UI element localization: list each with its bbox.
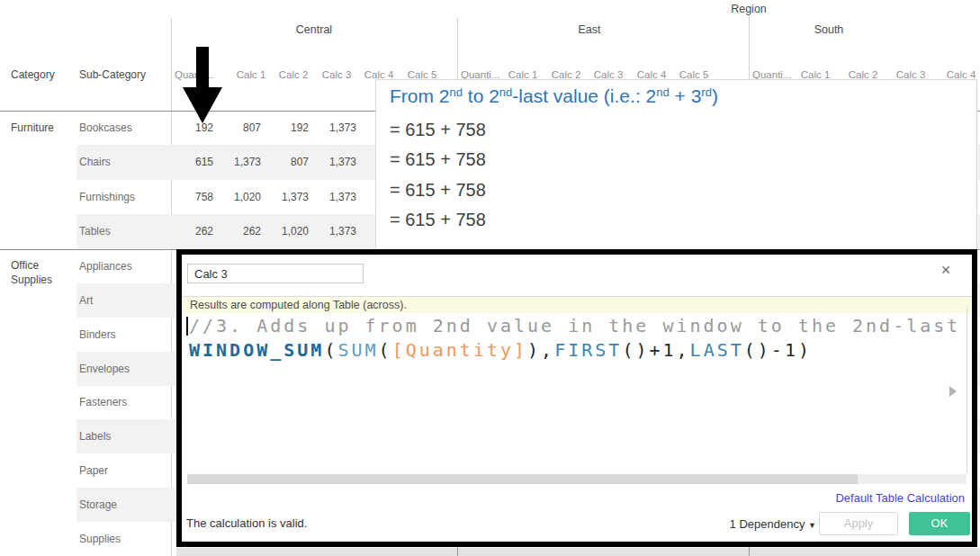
formula-scrollbar[interactable] (187, 474, 967, 484)
worksheet-horizontal-scrollbar[interactable] (176, 548, 980, 556)
cell-value: 615 (171, 145, 213, 180)
subcategory-label: Fasteners (79, 386, 127, 419)
cell-value: 1,373 (314, 145, 356, 180)
region-axis-label: Region (695, 3, 803, 15)
annotation-title-text: -last value (i.e.: 2 (512, 85, 656, 106)
column-header-calc3: Calc 3 (313, 67, 360, 83)
subcategory-label: Bookcases (79, 111, 132, 145)
formula-token: ( (324, 339, 337, 361)
subcategory-label: Paper (79, 453, 108, 488)
annotation-title-text: to 2 (463, 85, 499, 106)
cell-value: 758 (171, 180, 213, 214)
calc-name-input[interactable] (187, 264, 364, 283)
formula-token: LAST (690, 339, 744, 361)
triangle-down-icon: ▼ (808, 521, 816, 530)
region-header-east: East (535, 23, 643, 36)
cell-value: 807 (219, 111, 261, 145)
superscript: nd (450, 85, 463, 99)
chevron-right-icon[interactable] (949, 386, 957, 397)
subcategory-label: Supplies (79, 522, 121, 556)
computation-banner: Results are computed along Table (across… (182, 296, 972, 313)
cell-value: 262 (219, 214, 261, 249)
superscript: nd (656, 85, 669, 99)
status-text: The calculation is valid. (186, 516, 307, 530)
annotation-title-text: ) (712, 85, 718, 106)
subcategory-column-header: Sub-Category (79, 67, 146, 83)
dependency-dropdown[interactable]: 1 Dependency ▼ (722, 517, 816, 531)
subcategory-label: Art (79, 283, 93, 318)
annotation-equation: = 615 + 758 (390, 149, 486, 170)
formula-token-field: [Quantity] (392, 339, 527, 361)
cell-value: 1,373 (314, 111, 356, 145)
cell-value: 1,373 (314, 214, 356, 249)
annotation-title-text: From 2 (390, 85, 450, 106)
formula-token: ( (379, 339, 392, 361)
annotation-equation: = 615 + 758 (390, 210, 486, 230)
subcategory-label: Chairs (79, 145, 111, 180)
formula-token: FIRST (554, 339, 622, 361)
tableau-window: Region Central East South Category Sub-C… (0, 0, 980, 556)
cell-value: 262 (171, 214, 213, 249)
cell-value: 1,020 (266, 214, 309, 249)
region-header-south: South (775, 23, 883, 36)
subcategory-label: Furnishings (79, 180, 135, 214)
apply-button[interactable]: Apply (819, 512, 898, 535)
subcategory-label: Binders (79, 318, 116, 352)
formula-token: ) (527, 339, 541, 361)
cell-value: 1,373 (266, 180, 309, 214)
scrollbar-thumb[interactable] (187, 474, 858, 484)
ok-button[interactable]: OK (909, 512, 970, 535)
superscript: rd (701, 85, 712, 99)
subcategory-label: Appliances (79, 249, 132, 283)
dependency-label: 1 Dependency (730, 517, 805, 531)
superscript: nd (499, 85, 512, 99)
formula-token: , (677, 339, 690, 361)
formula-comment[interactable]: //3. Adds up from 2nd value in the windo… (189, 315, 960, 336)
text-caret-icon (186, 317, 188, 336)
cell-value: 1,020 (219, 180, 261, 214)
column-header-calc2: Calc 2 (270, 67, 317, 83)
subcategory-label: Tables (79, 214, 111, 249)
default-table-calculation-link[interactable]: Default Table Calculation (835, 491, 965, 505)
functions-pane-divider (967, 307, 967, 473)
annotation-equation: = 615 + 758 (390, 180, 486, 201)
close-icon[interactable]: × (936, 260, 956, 280)
calc-editor-dialog: × Results are computed along Table (acro… (176, 249, 977, 547)
cell-value: 807 (266, 145, 309, 180)
annotation-callout: From 2nd to 2nd-last value (i.e.: 2nd + … (375, 79, 977, 251)
category-column-header: Category (11, 67, 55, 83)
formula-token: SUM (337, 339, 378, 361)
down-arrow-icon (196, 47, 209, 88)
column-header-quantity: Quanti... (175, 67, 216, 83)
down-arrow-icon (183, 87, 222, 123)
annotation-equation: = 615 + 758 (390, 120, 486, 140)
cell-value: 1,373 (314, 180, 356, 214)
subcategory-label: Envelopes (79, 352, 130, 386)
annotation-title-text: + 3 (670, 85, 702, 106)
formula-token: , (541, 339, 554, 361)
annotation-title: From 2nd to 2nd-last value (i.e.: 2nd + … (390, 85, 718, 107)
category-label-furniture: Furniture (11, 111, 54, 145)
formula-token: ()-1) (744, 339, 812, 361)
cell-value: 192 (266, 111, 309, 145)
category-label-office-supplies: Office Supplies (11, 259, 67, 287)
subcategory-label: Labels (79, 419, 111, 453)
column-header-calc1: Calc 1 (228, 67, 274, 83)
cell-value: 1,373 (219, 145, 261, 180)
subcategory-label: Storage (79, 488, 117, 522)
formula-token: WINDOW_SUM (189, 339, 324, 361)
formula-token: ()+1 (622, 339, 676, 361)
region-header-central: Central (260, 23, 368, 36)
formula-code[interactable]: WINDOW_SUM(SUM([Quantity]),FIRST()+1,LAS… (189, 339, 812, 361)
